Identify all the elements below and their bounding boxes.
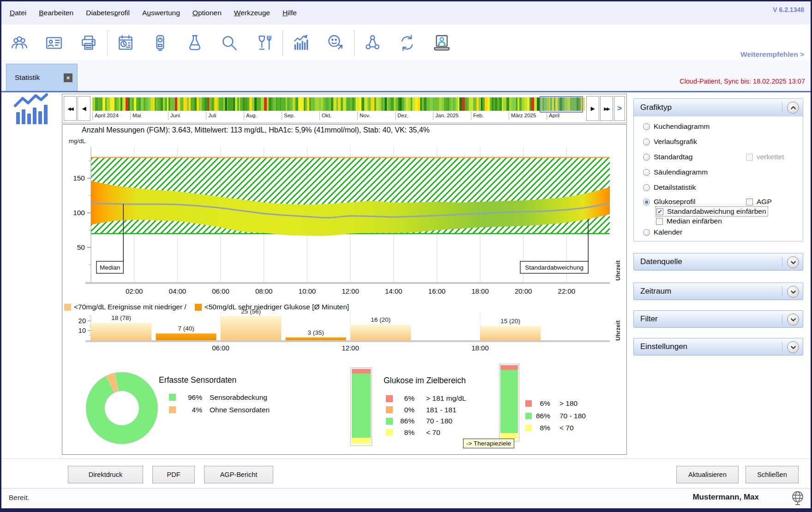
- menu-optionen[interactable]: Optionen: [192, 9, 222, 17]
- tir-legend-row-70-180: 86%70 - 180: [386, 416, 466, 427]
- panel-header-einstellungen[interactable]: Einstellungen: [633, 338, 803, 355]
- menu-werkzeuge[interactable]: Werkzeuge: [234, 9, 270, 17]
- option-standardabweichung-einf-rben[interactable]: ✔Standardabweichung einfärben: [656, 206, 800, 217]
- sensor-legend-row-sensorabdeckung: 96%Sensorabdeckung: [169, 391, 270, 404]
- timeline-next-fast-button[interactable]: ▶▶: [600, 96, 613, 121]
- legend-label: 70 - 180: [559, 412, 586, 420]
- pdf-button[interactable]: PDF: [152, 466, 195, 483]
- timeline-strip[interactable]: April 2024MaiJuniJuliAug.Sep.Okt.Nov.Dez…: [92, 96, 584, 121]
- timeline-month-labels: April 2024MaiJuniJuliAug.Sep.Okt.Nov.Dez…: [92, 112, 584, 122]
- svg-text:20:00: 20:00: [515, 287, 532, 295]
- toolbar-share-button[interactable]: [362, 31, 383, 55]
- toolbar-lab-flask-button[interactable]: [184, 31, 205, 55]
- checkbox-median-einf-rben[interactable]: [656, 218, 663, 225]
- option-kalender[interactable]: Kalender: [643, 227, 800, 237]
- radio-s-ulendiagramm[interactable]: [643, 169, 650, 176]
- menu-auswertung[interactable]: Auswertung: [142, 9, 180, 17]
- timeline-prev-fast-button[interactable]: ◀◀: [64, 96, 77, 121]
- time-in-range-bar-left: [350, 367, 372, 446]
- radio-kalender[interactable]: [643, 229, 650, 236]
- focus-outline: ✔Standardabweichung einfärben: [656, 207, 768, 216]
- tab-statistik[interactable]: Statistik ×: [6, 64, 78, 91]
- aktualisieren-button[interactable]: Aktualisieren: [676, 466, 739, 483]
- therapy-goals-link[interactable]: -> Therapieziele: [463, 439, 514, 448]
- svg-text:12:00: 12:00: [342, 344, 359, 352]
- panel-header-filter[interactable]: Filter: [633, 310, 803, 328]
- time-in-range-legend-left: 6%> 181 mg/dL0%181 - 18186%70 - 1808%< 7…: [386, 393, 466, 438]
- toolbar-items: [9, 30, 466, 56]
- toolbar-telemedicine-button[interactable]: [431, 31, 452, 55]
- option-s-ulendiagramm[interactable]: Säulendiagramm: [643, 167, 800, 177]
- legend-label: < 70: [559, 424, 574, 432]
- patients-icon: [10, 33, 29, 53]
- panel-header-datenquelle[interactable]: Datenquelle: [633, 253, 803, 271]
- legend-swatch: [386, 429, 393, 436]
- timeline-prev-button[interactable]: ◀: [78, 96, 90, 121]
- grafiktyp-header[interactable]: Grafiktyp: [634, 99, 803, 116]
- menu-datei[interactable]: Datei: [10, 9, 26, 17]
- tab-label: Statistik: [15, 73, 40, 82]
- legend-swatch: [386, 406, 393, 413]
- svg-text:15 (20): 15 (20): [500, 318, 520, 325]
- radio-glukoseprofil[interactable]: [643, 199, 650, 205]
- timeline-next-button[interactable]: ▶: [586, 96, 599, 121]
- chevron-down-icon[interactable]: [787, 256, 799, 268]
- legend-pct: 96%: [178, 393, 202, 402]
- close-icon[interactable]: ×: [64, 73, 72, 82]
- agp-bericht-button[interactable]: AGP-Bericht: [204, 466, 273, 483]
- legend-swatch-low: [64, 304, 71, 311]
- option-detailstatistik[interactable]: Detailstatistik: [643, 182, 800, 193]
- toolbar-statistics-button[interactable]: [290, 31, 312, 55]
- menu-hilfe[interactable]: Hilfe: [283, 9, 297, 17]
- timeline-selection[interactable]: [540, 96, 583, 113]
- svg-text:3 (35): 3 (35): [307, 329, 324, 336]
- timeline-expand-button[interactable]: >: [614, 96, 625, 121]
- option-kuchendiagramm[interactable]: Kuchendiagramm: [643, 121, 800, 132]
- toolbar-calendar-button[interactable]: [115, 31, 136, 55]
- tir-legend-row-70: 8%< 70: [525, 422, 586, 434]
- legend-label-very-low: <50mg/dL sehr niedriger Glukose [Ø Minut…: [205, 303, 349, 311]
- toolbar-glucose-meter-button[interactable]: [150, 31, 171, 55]
- chevron-down-icon[interactable]: [787, 341, 799, 353]
- checkbox-standardabweichung-einf-rben[interactable]: ✔: [656, 208, 663, 215]
- toolbar-print-button[interactable]: [78, 31, 99, 55]
- panel-header-zeitraum[interactable]: Zeitraum: [633, 283, 803, 300]
- svg-text:50: 50: [77, 243, 85, 251]
- radio-kuchendiagramm[interactable]: [643, 123, 650, 130]
- option-label: Standardabweichung einfärben: [667, 207, 766, 216]
- toolbar-divider: [354, 30, 355, 56]
- toolbar-export-mood-button[interactable]: [325, 31, 346, 55]
- extra-option-verkettet[interactable]: verkettet: [746, 153, 784, 161]
- option-median-einf-rben[interactable]: Median einfärben: [656, 216, 800, 226]
- radio-detailstatistik[interactable]: [643, 184, 650, 191]
- chevron-down-icon[interactable]: [787, 286, 799, 298]
- radio-standardtag[interactable]: [643, 154, 650, 161]
- month-label-mai: Mai: [130, 112, 141, 120]
- chevron-up-icon[interactable]: [787, 102, 799, 114]
- direktdruck-button[interactable]: Direktdruck: [68, 466, 143, 483]
- toolbar-nutrition-button[interactable]: [253, 31, 275, 55]
- toolbar-patients-button[interactable]: [9, 31, 30, 55]
- svg-text:18:00: 18:00: [471, 287, 489, 295]
- menu-diabetesprofil[interactable]: Diabetesprofil: [86, 9, 130, 17]
- radio-verlaufsgrafik[interactable]: [643, 139, 650, 145]
- chevron-down-icon[interactable]: [787, 313, 799, 325]
- legend-swatch-very-low: [195, 304, 202, 311]
- toolbar-search-button[interactable]: [219, 31, 240, 55]
- timeline-activity-strip[interactable]: [92, 97, 584, 111]
- toolbar-patient-card-button[interactable]: [43, 31, 65, 55]
- schlie-en-button[interactable]: Schließen: [746, 466, 799, 483]
- sensor-data-legend: 96%Sensorabdeckung4%Ohne Sensordaten: [169, 391, 270, 416]
- option-verlaufsgrafik[interactable]: Verlaufsgrafik: [643, 137, 800, 147]
- option-glukoseprofil[interactable]: GlukoseprofilAGP: [643, 197, 800, 207]
- extra-option-agp[interactable]: AGP: [746, 198, 772, 206]
- checkbox-agp[interactable]: [746, 199, 753, 205]
- toolbar-sync-button[interactable]: [397, 31, 418, 55]
- header-separator: [782, 102, 782, 112]
- legend-pct: 0%: [395, 406, 415, 414]
- option-standardtag[interactable]: Standardtagverkettet: [643, 152, 800, 162]
- svg-text:20: 20: [78, 317, 86, 325]
- patient-name: Mustermann, Max: [692, 493, 759, 502]
- sensor-legend-row-ohne-sensordaten: 4%Ohne Sensordaten: [169, 404, 270, 416]
- menu-bearbeiten[interactable]: Bearbeiten: [39, 9, 73, 17]
